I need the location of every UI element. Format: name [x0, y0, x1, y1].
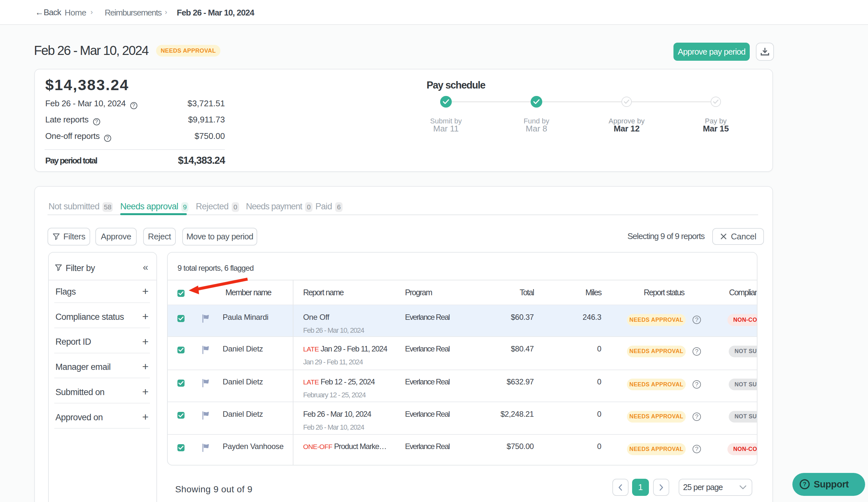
svg-text:?: ?: [803, 481, 807, 488]
